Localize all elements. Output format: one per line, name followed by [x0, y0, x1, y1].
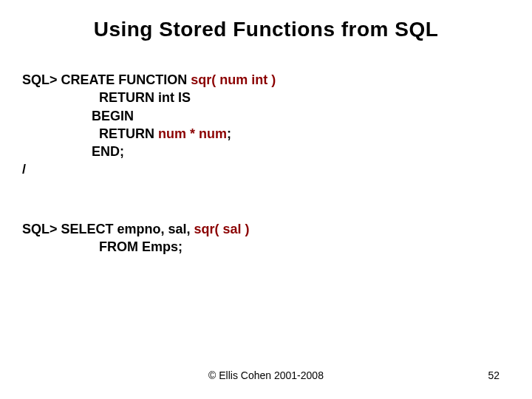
code-line: /	[22, 160, 510, 178]
footer: © Ellis Cohen 2001-2008 52	[0, 369, 532, 381]
code-line: BEGIN	[22, 107, 510, 125]
code-text: ;	[227, 126, 231, 141]
code-line: RETURN num * num;	[22, 125, 510, 143]
code-block-create-function: SQL> CREATE FUNCTION sqr( num int ) RETU…	[22, 71, 510, 179]
page-number: 52	[488, 369, 499, 381]
code-highlight: num * num	[158, 126, 227, 141]
code-text: RETURN	[99, 126, 158, 141]
copyright-text: © Ellis Cohen 2001-2008	[0, 369, 532, 381]
code-line: SQL> SELECT empno, sal, sqr( sal )	[22, 220, 510, 238]
code-line: END;	[22, 143, 510, 160]
code-line: FROM Emps;	[22, 238, 510, 256]
code-text: SQL> CREATE FUNCTION	[22, 72, 191, 87]
code-block-select: SQL> SELECT empno, sal, sqr( sal ) FROM …	[22, 220, 510, 256]
code-text: SQL> SELECT empno, sal,	[22, 222, 194, 236]
code-line: SQL> CREATE FUNCTION sqr( num int )	[22, 71, 510, 89]
slide-title: Using Stored Functions from SQL	[22, 18, 510, 41]
code-highlight: sqr( num int )	[191, 72, 276, 87]
code-highlight: sqr( sal )	[194, 222, 250, 236]
code-line: RETURN int IS	[22, 89, 510, 106]
